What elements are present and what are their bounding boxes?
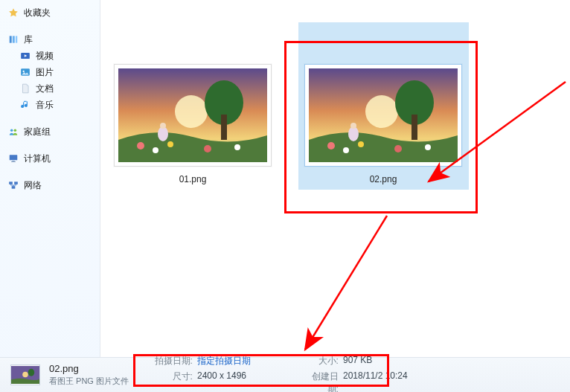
svg-rect-11: [11, 161, 16, 162]
svg-point-27: [365, 95, 398, 128]
sidebar-item-pictures[interactable]: 图片: [0, 64, 100, 80]
sidebar-label: 家庭组: [24, 126, 51, 138]
sidebar-item-computer[interactable]: 计算机: [0, 150, 100, 167]
svg-point-40: [22, 372, 28, 378]
sidebar-label: 库: [24, 33, 33, 46]
svg-rect-2: [16, 36, 17, 42]
sidebar-item-network[interactable]: 网络: [0, 177, 100, 193]
library-icon: [7, 33, 19, 45]
status-value-created: 2018/11/2 10:24: [343, 370, 455, 393]
svg-rect-9: [10, 155, 18, 160]
sidebar-item-music[interactable]: 音乐: [0, 97, 100, 113]
network-icon: [7, 179, 19, 191]
svg-point-30: [327, 142, 335, 150]
file-item[interactable]: 01.png: [114, 64, 272, 184]
status-key: 创建日期:: [301, 370, 343, 393]
status-bar: 02.png 看图王 PNG 图片文件 拍摄日期: 指定拍摄日期 大小: 907…: [0, 357, 570, 392]
sidebar-label: 网络: [24, 179, 42, 192]
svg-point-36: [350, 123, 356, 129]
sidebar-nav: 收藏夹 库 视频 图片 文档: [0, 0, 100, 392]
status-value-shotdate[interactable]: 指定拍摄日期: [197, 355, 301, 367]
svg-point-8: [14, 129, 16, 132]
sidebar-label: 音乐: [36, 99, 54, 112]
file-thumbnail-icon: [118, 68, 267, 162]
star-icon: [7, 7, 19, 19]
svg-rect-12: [9, 181, 13, 184]
file-label: 01.png: [114, 174, 272, 184]
document-icon: [19, 83, 31, 94]
sidebar-label: 视频: [36, 50, 54, 62]
content-pane[interactable]: 01.png 02.png: [100, 0, 570, 392]
svg-point-6: [23, 71, 25, 72]
video-icon: [19, 50, 31, 62]
sidebar-item-favorites[interactable]: 收藏夹: [0, 4, 100, 21]
svg-rect-14: [12, 186, 16, 189]
svg-point-25: [160, 123, 166, 129]
svg-point-23: [234, 144, 240, 150]
status-value-size: 907 KB: [343, 355, 455, 367]
picture-icon: [19, 66, 31, 78]
sidebar-label: 文档: [36, 83, 54, 95]
sidebar-item-homegroup[interactable]: 家庭组: [0, 123, 100, 140]
computer-icon: [7, 152, 19, 164]
status-key: 拍摄日期:: [150, 355, 197, 367]
svg-point-16: [175, 95, 208, 128]
status-key: 大小:: [301, 355, 343, 367]
file-thumbnail-icon: [309, 68, 458, 162]
svg-point-22: [204, 145, 211, 152]
svg-point-20: [153, 147, 158, 153]
svg-rect-18: [221, 115, 227, 140]
svg-rect-29: [412, 115, 417, 140]
svg-point-41: [28, 369, 34, 376]
status-filetype: 看图王 PNG 图片文件: [49, 376, 129, 387]
status-value-dims: 2400 x 1496: [197, 370, 301, 393]
svg-point-31: [343, 147, 349, 153]
sidebar-label: 图片: [36, 66, 54, 79]
svg-rect-13: [14, 181, 18, 184]
status-thumbnail: [10, 364, 40, 385]
sidebar-item-libraries[interactable]: 库: [0, 31, 100, 48]
svg-rect-1: [13, 36, 15, 42]
svg-rect-10: [12, 161, 15, 161]
svg-point-7: [10, 129, 13, 132]
status-key: 尺寸:: [150, 370, 197, 393]
sidebar-item-videos[interactable]: 视频: [0, 48, 100, 64]
svg-point-34: [425, 144, 431, 150]
sidebar-item-documents[interactable]: 文档: [0, 80, 100, 97]
sidebar-label: 收藏夹: [24, 7, 51, 19]
svg-point-32: [358, 141, 364, 147]
sidebar-label: 计算机: [24, 152, 51, 165]
svg-point-33: [394, 145, 402, 152]
status-filename: 02.png: [49, 363, 129, 374]
svg-rect-0: [10, 36, 12, 42]
svg-point-21: [167, 141, 173, 147]
file-thumbnail-icon: [11, 366, 39, 384]
file-label: 02.png: [304, 174, 462, 184]
music-icon: [19, 99, 31, 111]
svg-point-19: [137, 142, 144, 150]
file-item-selected[interactable]: 02.png: [304, 64, 462, 184]
homegroup-icon: [7, 126, 19, 138]
